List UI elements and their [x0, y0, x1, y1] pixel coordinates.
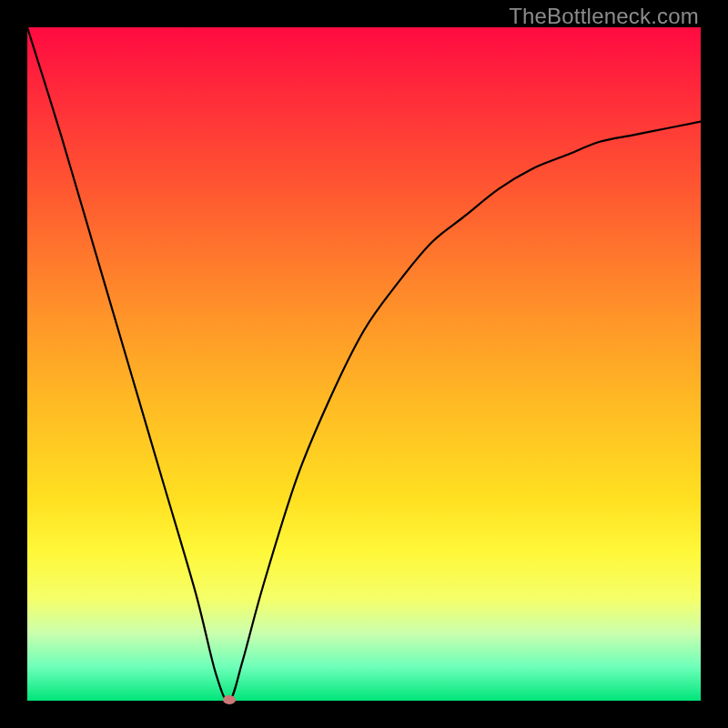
minimum-marker: [223, 695, 236, 704]
watermark-text: TheBottleneck.com: [509, 4, 699, 29]
plot-frame: [27, 27, 701, 701]
bottleneck-chart: [27, 27, 701, 701]
